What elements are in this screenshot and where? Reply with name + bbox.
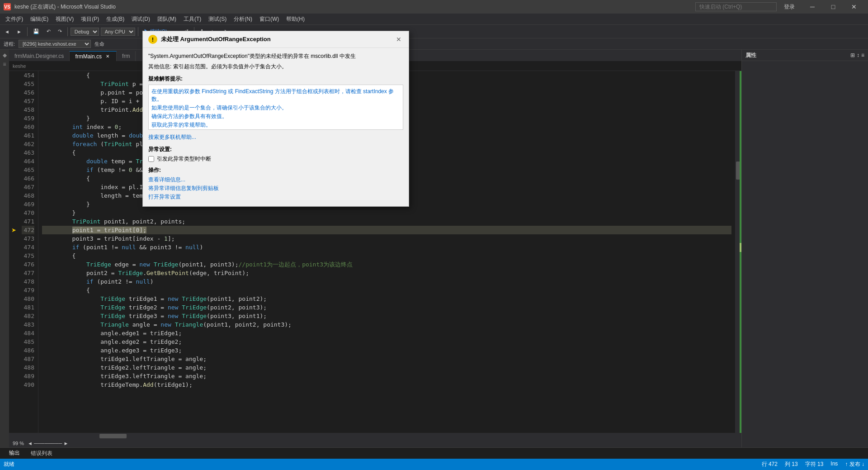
gutter-row-489: [9, 372, 18, 380]
gutter-row-487: [9, 355, 18, 363]
warning-icon: !: [148, 35, 157, 44]
gutter-row-481: [9, 303, 18, 312]
gutter-row-483: [9, 320, 18, 329]
exception-dialog: ! 未处理 ArgumentOutOfRangeException ✕ "Sys…: [142, 31, 409, 207]
maximize-button[interactable]: □: [823, 0, 844, 14]
breadcrumb-text: keshe: [13, 63, 26, 69]
menu-tools[interactable]: 工具(T): [180, 14, 205, 25]
menu-help[interactable]: 帮助(H): [283, 14, 308, 25]
sort-cat-button[interactable]: ⊞: [850, 52, 855, 58]
gutter-row-471: [9, 217, 18, 226]
code-line-476: TriEdge edge = new TriEdge(point1, point…: [42, 260, 731, 269]
back-button[interactable]: ◄: [2, 28, 12, 35]
login-button[interactable]: 登录: [780, 3, 798, 11]
menu-file[interactable]: 文件(F): [2, 14, 27, 25]
gutter-row-488: [9, 363, 18, 372]
statusbar-col: 列 13: [785, 461, 798, 468]
dialog-close-button[interactable]: ✕: [394, 35, 403, 44]
menu-view[interactable]: 视图(V): [52, 14, 77, 25]
right-panel-header: 属性 ⊞ ↕ ≡: [742, 50, 868, 61]
vertical-scrollbar[interactable]: [735, 71, 741, 433]
dialog-help-item-1[interactable]: 如果您使用的是一个集合，请确保引小于该集合的大小。: [151, 104, 400, 112]
gutter-row-477: [9, 269, 18, 277]
zoom-slider[interactable]: ◄ ──────── ►: [28, 441, 68, 446]
code-line-474: if (point1 != null && point3 != null): [42, 243, 731, 252]
gutter-row-490: [9, 380, 18, 389]
gutter-row-474: [9, 243, 18, 252]
dialog-help-item-2[interactable]: 确保此方法的参数具有有效值。: [151, 113, 400, 120]
dialog-search-more[interactable]: 搜索更多联机帮助...: [148, 133, 403, 141]
gutter-row-454: [9, 71, 18, 80]
dialog-header: ! 未处理 ArgumentOutOfRangeException ✕: [143, 31, 409, 48]
menu-edit[interactable]: 编辑(E): [27, 14, 52, 25]
dialog-checkbox-row: 引发此异常类型时中断: [148, 155, 403, 163]
gutter-row-461: [9, 131, 18, 140]
change-indicator-active: [740, 243, 741, 252]
statusbar-row: 行 472: [762, 461, 778, 468]
sidebar-icon-1[interactable]: ◆: [1, 52, 8, 59]
dialog-help-item-3[interactable]: 获取此异常的常规帮助。: [151, 121, 400, 129]
sort-alpha-button[interactable]: ↕: [857, 52, 859, 58]
code-line-471: TriPoint point1, point2, points;: [42, 217, 731, 226]
dialog-main-text: "System.ArgumentOutOfRangeException"类型的未…: [148, 52, 403, 60]
gutter-row-460: [9, 123, 18, 131]
dialog-help-list: 在使用重载的双参数 FindString 或 FindExactString 方…: [148, 85, 403, 130]
code-line-472: point1 = triPoint[0];: [42, 226, 731, 234]
menu-analyze[interactable]: 分析(N): [230, 14, 256, 25]
close-button[interactable]: ✕: [844, 0, 864, 14]
minimize-button[interactable]: ─: [802, 0, 823, 14]
statusbar-branch: ↑ 发布 ↓: [845, 461, 864, 468]
tab-frmMain-designer[interactable]: frmMain.Designer.cs: [9, 51, 70, 61]
code-line-475: {: [42, 252, 731, 260]
menu-team[interactable]: 团队(M): [154, 14, 180, 25]
redo-button[interactable]: ↷: [55, 28, 65, 35]
tab-frm[interactable]: frm: [117, 51, 136, 61]
output-tab[interactable]: 输出: [4, 448, 25, 459]
quick-launch-input[interactable]: [695, 2, 777, 11]
undo-button[interactable]: ↶: [44, 28, 53, 35]
statusbar-ready: 就绪: [4, 461, 14, 468]
forward-button[interactable]: ►: [14, 28, 24, 35]
statusbar: 就绪 行 472 列 13 字符 13 Ins ↑ 发布 ↓: [0, 459, 868, 470]
right-panel-title: 属性: [745, 52, 756, 59]
code-line-470: }: [42, 209, 731, 217]
sidebar-icon-2[interactable]: ≡: [1, 61, 8, 68]
dialog-title: 未处理 ArgumentOutOfRangeException: [161, 35, 391, 43]
platform-select[interactable]: Any CPU: [101, 28, 135, 36]
config-select[interactable]: Debug: [71, 28, 99, 36]
save-button[interactable]: 💾: [30, 28, 42, 35]
code-line-482: TriEdge triEdge3 = new TriEdge(point3, p…: [42, 312, 731, 320]
menu-debug[interactable]: 调试(D): [128, 14, 154, 25]
code-line-480: TriEdge triEdge1 = new TriEdge(point1, p…: [42, 294, 731, 303]
code-line-488: triEdge2.leftTriangle = angle;: [42, 363, 731, 372]
dialog-action-view-detail[interactable]: 查看详细信息...: [148, 176, 403, 184]
gutter-row-469: [9, 200, 18, 209]
output-bar: 输出 错误列表: [0, 447, 868, 459]
dialog-help-item-0[interactable]: 在使用重载的双参数 FindString 或 FindExactString 方…: [151, 88, 400, 103]
menu-test[interactable]: 测试(S): [205, 14, 230, 25]
exception-checkbox[interactable]: [148, 156, 154, 162]
menu-project[interactable]: 项目(P): [77, 14, 103, 25]
code-line-485: angle.edge2 = triEdge2;: [42, 337, 731, 346]
props-button[interactable]: ≡: [861, 52, 864, 58]
dialog-action-open-settings[interactable]: 打开异常设置: [148, 193, 403, 201]
app-title: keshe (正在调试) - Microsoft Visual Studio: [14, 3, 692, 11]
menu-window[interactable]: 窗口(W): [256, 14, 283, 25]
dialog-sub-text: 其他信息: 索引超出范围。必须为非负值并小于集合大小。: [148, 63, 403, 71]
zoom-level: 99 %: [13, 441, 24, 446]
dialog-action-copy[interactable]: 将异常详细信息复制到剪贴板: [148, 185, 403, 192]
menu-build[interactable]: 生成(B): [103, 14, 128, 25]
gutter-row-476: [9, 260, 18, 269]
process-select[interactable]: [6296] keshe.vshost.exe: [19, 40, 91, 48]
tab-close-frmmain[interactable]: ✕: [104, 53, 111, 60]
gutter-row-463: [9, 148, 18, 157]
error-list-tab[interactable]: 错误列表: [25, 448, 58, 459]
gutter-row-457: [9, 97, 18, 105]
code-line-490: triEdgeTemp.Add(triEdge1);: [42, 380, 731, 389]
code-line-478: if (point2 != null): [42, 277, 731, 286]
dialog-exception-title: 异常设置:: [148, 146, 403, 153]
tab-frmMain[interactable]: frmMain.cs ✕: [70, 51, 117, 61]
gutter-row-462: [9, 140, 18, 148]
h-scrollbar-thumb[interactable]: [99, 434, 127, 438]
horizontal-scrollbar[interactable]: [9, 433, 741, 439]
